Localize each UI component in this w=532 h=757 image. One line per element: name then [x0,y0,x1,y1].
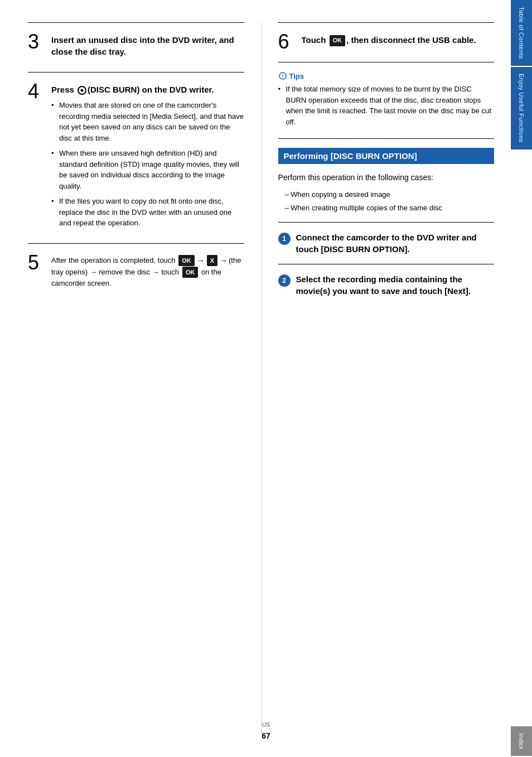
section-divider [278,138,495,139]
sidebar-tab-index[interactable]: Index [511,726,532,756]
step3-divider [28,22,244,23]
step1-bottom-divider [278,264,495,264]
perform-text: Perform this operation in the following … [278,172,495,184]
sidebar: Table of Contents Enjoy Useful Functions… [511,0,532,757]
step4-divider [28,72,244,73]
step5-arrow1: → [197,256,205,265]
step5-number: 5 [28,253,45,289]
step5-btn-x: X [207,255,217,267]
step6: 6 Touch OK, then disconnect the USB cabl… [278,32,495,52]
step5: 5 After the operation is completed, touc… [28,253,244,289]
sidebar-tab-index-label: Index [518,733,525,749]
section-header: Performing [DISC BURN OPTION] [278,148,495,164]
sidebar-tab-toc[interactable]: Table of Contents [511,0,532,66]
numbered-step-1-content: Connect the camcorder to the DVD writer … [296,232,495,255]
dash-list: When copying a desired image When creati… [278,189,495,213]
step5-btn-ok: OK [178,255,195,267]
dash-item1: When copying a desired image [285,189,495,200]
numbered-step-1: 1 Connect the camcorder to the DVD write… [278,232,495,255]
circle-num-2: 2 [278,274,291,287]
step4-number: 4 [28,81,45,233]
step6-text-after: , then disconnect the USB cable. [346,35,476,45]
step6-divider [278,22,495,23]
step5-text-before: After the operation is completed, touch [51,256,177,264]
step5-body: After the operation is completed, touch … [51,255,244,289]
step3: 3 Insert an unused disc into the DVD wri… [28,32,244,62]
tips-bullet1: If the total memory size of movies to be… [278,84,495,127]
step3-content: Insert an unused disc into the DVD write… [51,32,244,62]
page-superscript: US [262,722,270,728]
step4-bullet1: Movies that are stored on one of the cam… [51,100,244,143]
numbered-step-2-content: Select the recording media containing th… [296,273,495,297]
step4-title-disc: (DISC BURN) on the DVD writer. [88,85,214,94]
tips-section: ? Tips If the total memory size of movie… [278,71,495,127]
step6-content: Touch OK, then disconnect the USB cable. [302,32,495,52]
step5-btn-ok2: OK [182,267,199,278]
step6-bottom-divider [278,62,495,62]
step4-title: Press (DISC BURN) on the DVD writer. [51,84,244,95]
sidebar-tab-enjoy-label: Enjoy Useful Functions [518,74,525,143]
page-container: 3 Insert an unused disc into the DVD wri… [0,0,532,757]
page-number: 67 [262,731,270,740]
tips-icon: ? [278,71,287,80]
left-column: 3 Insert an unused disc into the DVD wri… [28,22,262,735]
main-content: 3 Insert an unused disc into the DVD wri… [0,0,511,757]
tips-label: Tips [289,72,304,80]
dash-item2: When creating multiple copies of the sam… [285,202,495,214]
step4-bullets: Movies that are stored on one of the cam… [51,100,244,229]
step6-title: Touch OK, then disconnect the USB cable. [302,34,495,46]
step4: 4 Press (DISC BURN) on the DVD writer. M… [28,81,244,233]
sidebar-tab-enjoy[interactable]: Enjoy Useful Functions [511,67,532,150]
step3-number: 3 [28,32,45,62]
step6-btn-ok: OK [330,35,346,46]
step5-divider [28,243,244,244]
svg-text:?: ? [281,74,284,79]
step4-bullet3: If the files you want to copy do not fit… [51,196,244,229]
step5-content: After the operation is completed, touch … [51,253,244,289]
tips-bullets: If the total memory size of movies to be… [278,84,495,127]
step4-title-prefix: Press [51,85,76,94]
right-column: 6 Touch OK, then disconnect the USB cabl… [262,22,495,735]
step6-number: 6 [278,32,295,52]
sidebar-tab-toc-label: Table of Contents [518,7,525,59]
tips-header: ? Tips [278,71,495,80]
step4-content: Press (DISC BURN) on the DVD writer. Mov… [51,81,244,233]
step4-bullet2: When there are unsaved high definition (… [51,148,244,191]
disc-burn-icon [78,86,86,95]
numbered-step-2: 2 Select the recording media containing … [278,273,495,297]
numbered-steps-divider [278,222,495,223]
circle-num-1: 1 [278,233,291,245]
step3-title: Insert an unused disc into the DVD write… [51,34,244,57]
step5-arrow2: → [220,256,228,265]
page-footer: US 67 [262,722,270,740]
step6-text-before: Touch [302,35,328,45]
